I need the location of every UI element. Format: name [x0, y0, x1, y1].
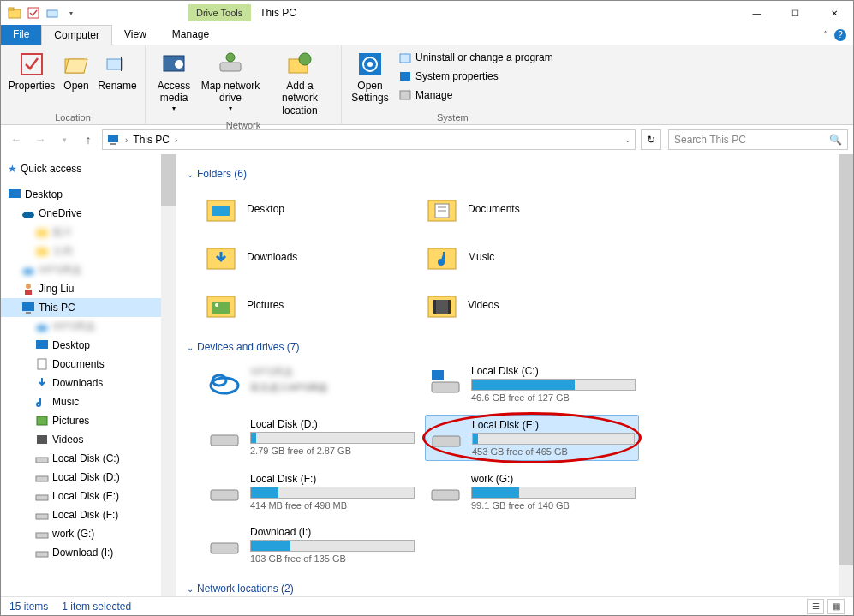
cloud-drive-icon — [207, 365, 242, 399]
qat-properties-icon[interactable] — [25, 4, 42, 21]
capacity-bar — [250, 540, 415, 552]
tree-desktop[interactable]: Desktop — [1, 185, 176, 204]
minimize-button[interactable]: — — [738, 1, 776, 25]
drive-icon — [428, 473, 463, 507]
tree-scrollbar[interactable] — [161, 154, 176, 596]
qat-dropdown-icon[interactable]: ▾ — [63, 4, 80, 21]
tab-computer[interactable]: Computer — [41, 25, 112, 45]
qat-new-folder-icon[interactable] — [44, 4, 61, 21]
tree-pc-pictures[interactable]: Pictures — [1, 411, 176, 430]
tree-pc-videos[interactable]: Videos — [1, 430, 176, 449]
section-network[interactable]: ⌄Network locations (2) — [187, 583, 836, 595]
tree-disk-e[interactable]: Local Disk (E:) — [1, 487, 176, 505]
tiles-view-button[interactable]: ▦ — [827, 599, 845, 614]
folder-documents[interactable]: Documents — [425, 188, 639, 230]
ribbon-group-system: Open Settings Uninstall or change a prog… — [342, 45, 564, 124]
search-placeholder: Search This PC — [674, 134, 746, 146]
open-button[interactable]: Open — [59, 49, 93, 93]
properties-button[interactable]: Properties — [8, 49, 56, 93]
tree-disk-f[interactable]: Local Disk (F:) — [1, 505, 176, 524]
group-location-label: Location — [8, 111, 138, 123]
up-button[interactable]: ↑ — [78, 129, 99, 150]
sys-props-button[interactable]: System properties — [395, 68, 557, 85]
details-view-button[interactable]: ☰ — [807, 599, 824, 614]
capacity-bar — [250, 432, 415, 444]
system-drive-icon — [428, 365, 463, 399]
titlebar: ▾ Drive Tools This PC — ☐ ✕ — [1, 1, 853, 25]
svg-point-28 — [26, 284, 31, 289]
tree-pc-documents[interactable]: Documents — [1, 355, 176, 374]
tree-wps[interactable]: WPS网盘 — [1, 260, 176, 279]
drive-d[interactable]: Local Disk (D:)2.79 GB free of 2.87 GB — [204, 415, 418, 461]
main: ★Quick access Desktop OneDrive 图片 文档 WPS… — [1, 154, 853, 596]
drive-c[interactable]: Local Disk (C:)46.6 GB free of 127 GB — [425, 362, 639, 406]
close-button[interactable]: ✕ — [815, 1, 853, 25]
back-button[interactable]: ← — [6, 129, 27, 150]
maximize-button[interactable]: ☐ — [776, 1, 815, 25]
map-drive-button[interactable]: Map network drive▾ — [199, 49, 262, 114]
svg-rect-30 — [22, 302, 34, 311]
folder-pictures[interactable]: Pictures — [204, 284, 418, 326]
ribbon-collapse-icon[interactable]: ˄ — [823, 30, 827, 39]
drive-i[interactable]: Download (I:)103 GB free of 135 GB — [204, 523, 418, 567]
tree-onedrive-item1[interactable]: 图片 — [1, 223, 176, 242]
manage-button[interactable]: Manage — [395, 87, 557, 104]
tab-file[interactable]: File — [1, 25, 41, 45]
drive-wps[interactable]: WPS网盘双击进入WPS网盘 — [204, 362, 418, 406]
section-drives[interactable]: ⌄Devices and drives (7) — [187, 341, 836, 353]
access-media-button[interactable]: Access media▾ — [152, 49, 195, 114]
tree-disk-i[interactable]: Download (I:) — [1, 543, 176, 562]
videos-folder-icon — [425, 288, 459, 322]
cloud-icon — [21, 206, 35, 220]
svg-rect-23 — [9, 189, 21, 198]
open-settings-label: Open Settings — [350, 80, 390, 105]
drive-tools-context-tab[interactable]: Drive Tools — [188, 4, 251, 21]
content-scrollbar[interactable] — [839, 154, 853, 596]
search-input[interactable]: Search This PC 🔍 — [668, 129, 848, 150]
rename-button[interactable]: Rename — [97, 49, 138, 93]
drive-icon — [35, 489, 49, 503]
folder-desktop[interactable]: Desktop — [204, 188, 418, 230]
address-bar[interactable]: › This PC › ⌄ — [102, 129, 636, 150]
help-icon[interactable]: ? — [834, 29, 846, 41]
section-folders[interactable]: ⌄Folders (6) — [187, 168, 836, 180]
tree-onedrive-item2[interactable]: 文档 — [1, 242, 176, 260]
open-settings-button[interactable]: Open Settings — [349, 49, 391, 106]
uninstall-button[interactable]: Uninstall or change a program — [395, 49, 557, 66]
drive-f[interactable]: Local Disk (F:)414 MB free of 498 MB — [204, 469, 418, 514]
tree-this-pc[interactable]: This PC — [1, 298, 176, 317]
tree-onedrive[interactable]: OneDrive — [1, 204, 176, 223]
folder-music[interactable]: Music — [425, 236, 639, 278]
tree-pc-desktop[interactable]: Desktop — [1, 336, 176, 355]
tab-view[interactable]: View — [112, 25, 158, 45]
content-scroll-thumb[interactable] — [839, 154, 853, 565]
folder-videos[interactable]: Videos — [425, 284, 639, 326]
svg-rect-42 — [36, 552, 48, 557]
content-pane[interactable]: ⌄Folders (6) Desktop Documents Downloads… — [176, 154, 853, 596]
breadcrumb-this-pc[interactable]: This PC — [133, 134, 170, 146]
add-location-button[interactable]: Add a network location — [266, 49, 334, 118]
tree-scroll-thumb[interactable] — [161, 154, 176, 206]
drive-e[interactable]: Local Disk (E:)453 GB free of 465 GB — [425, 415, 639, 461]
svg-rect-52 — [212, 302, 230, 314]
tree-pc-music[interactable]: Music — [1, 392, 176, 411]
tree-pc-downloads[interactable]: Downloads — [1, 374, 176, 392]
tab-manage[interactable]: Manage — [160, 25, 221, 45]
quick-access-toolbar: ▾ — [1, 4, 85, 21]
svg-rect-25 — [36, 229, 48, 237]
folder-downloads[interactable]: Downloads — [204, 236, 418, 278]
tree-jing-liu[interactable]: Jing Liu — [1, 279, 176, 298]
tree-disk-g[interactable]: work (G:) — [1, 524, 176, 543]
tree-disk-c[interactable]: Local Disk (C:) — [1, 449, 176, 468]
addr-dropdown-icon[interactable]: ⌄ — [624, 135, 631, 144]
nav-tree[interactable]: ★Quick access Desktop OneDrive 图片 文档 WPS… — [1, 154, 176, 596]
forward-button[interactable]: → — [30, 129, 51, 150]
refresh-button[interactable]: ↻ — [641, 129, 661, 150]
tree-disk-d[interactable]: Local Disk (D:) — [1, 468, 176, 487]
recent-dropdown[interactable]: ▾ — [54, 129, 75, 150]
addr-chevron-icon[interactable]: › — [173, 135, 179, 145]
tree-wps-drive[interactable]: WPS网盘 — [1, 317, 176, 336]
addr-chevron-icon[interactable]: › — [123, 135, 129, 145]
drive-g[interactable]: work (G:)99.1 GB free of 140 GB — [425, 469, 639, 514]
tree-quick-access[interactable]: ★Quick access — [1, 159, 176, 178]
